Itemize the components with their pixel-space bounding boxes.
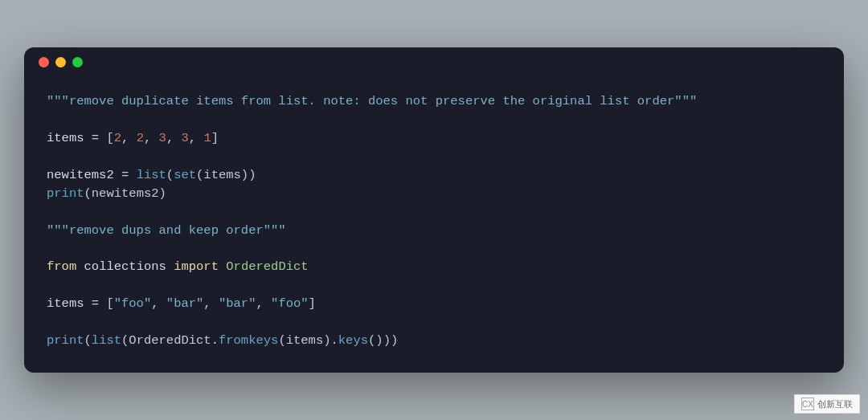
code-token: 3 <box>181 131 188 145</box>
code-token: newitems2 <box>47 168 121 182</box>
code-token: (OrderedDict. <box>121 333 219 348</box>
code-token: "bar" <box>166 296 204 311</box>
code-token: , <box>151 296 166 311</box>
code-token: list <box>92 333 121 348</box>
code-window: """remove duplicate items from list. not… <box>24 47 844 373</box>
minimize-icon[interactable] <box>55 57 66 67</box>
code-token: 2 <box>114 131 121 145</box>
code-block: """remove duplicate items from list. not… <box>24 78 844 373</box>
code-token: ] <box>211 131 219 145</box>
code-token: (newitems2) <box>84 186 166 201</box>
code-token: print <box>47 333 84 348</box>
code-token: from <box>47 259 76 274</box>
code-token: , <box>256 296 271 311</box>
code-token: = <box>121 168 137 182</box>
code-line: """remove dups and keep order""" <box>47 222 821 240</box>
code-token: 2 <box>137 131 144 145</box>
code-token <box>219 259 226 274</box>
code-token: collections <box>84 259 174 274</box>
code-token: (items)) <box>196 168 256 182</box>
code-token: import <box>174 259 219 274</box>
watermark-logo-icon: CX <box>801 398 814 410</box>
code-line: items = ["foo", "bar", "bar", "foo"] <box>47 295 821 313</box>
code-token: ] <box>309 296 316 311</box>
code-line: items = [2, 2, 3, 3, 1] <box>47 129 821 148</box>
code-line <box>47 276 821 295</box>
code-line <box>47 313 821 332</box>
code-token: = [ <box>92 131 114 145</box>
code-line <box>47 148 821 166</box>
code-line <box>47 203 821 222</box>
code-token: 1 <box>203 131 211 145</box>
code-line <box>47 239 821 258</box>
code-token: , <box>203 296 219 311</box>
code-token: items <box>47 296 92 311</box>
code-token: list <box>137 168 166 182</box>
code-line: """remove duplicate items from list. not… <box>47 92 821 111</box>
code-token: 3 <box>159 131 166 145</box>
code-token: "foo" <box>271 296 309 311</box>
close-icon[interactable] <box>39 57 49 67</box>
code-token <box>76 259 84 274</box>
code-token: keys <box>338 333 368 348</box>
code-token: "bar" <box>219 296 256 311</box>
watermark-text: 创新互联 <box>817 398 853 410</box>
code-token: = [ <box>92 296 114 311</box>
code-token: items <box>47 131 92 145</box>
code-token: fromkeys <box>219 333 278 348</box>
code-token: (items). <box>278 333 338 348</box>
code-line: newitems2 = list(set(items)) <box>47 166 821 185</box>
code-token: OrderedDict <box>226 259 308 274</box>
code-token: ( <box>84 333 92 348</box>
code-token: ())) <box>368 333 398 348</box>
code-token: , <box>121 131 137 145</box>
code-token: , <box>189 131 204 145</box>
code-token: "foo" <box>114 296 152 311</box>
code-line: print(newitems2) <box>47 185 821 203</box>
code-token: """remove dups and keep order""" <box>47 223 286 238</box>
code-token: , <box>166 131 182 145</box>
code-token: ( <box>166 168 174 182</box>
code-token: print <box>47 186 84 201</box>
watermark: CX 创新互联 <box>794 394 860 414</box>
code-line: from collections import OrderedDict <box>47 258 821 276</box>
code-line: print(list(OrderedDict.fromkeys(items).k… <box>47 332 821 350</box>
code-token: """remove duplicate items from list. not… <box>47 94 697 108</box>
code-line <box>47 111 821 129</box>
code-token: set <box>174 168 196 182</box>
code-token: , <box>144 131 159 145</box>
maximize-icon[interactable] <box>72 57 83 67</box>
window-titlebar <box>24 47 844 78</box>
